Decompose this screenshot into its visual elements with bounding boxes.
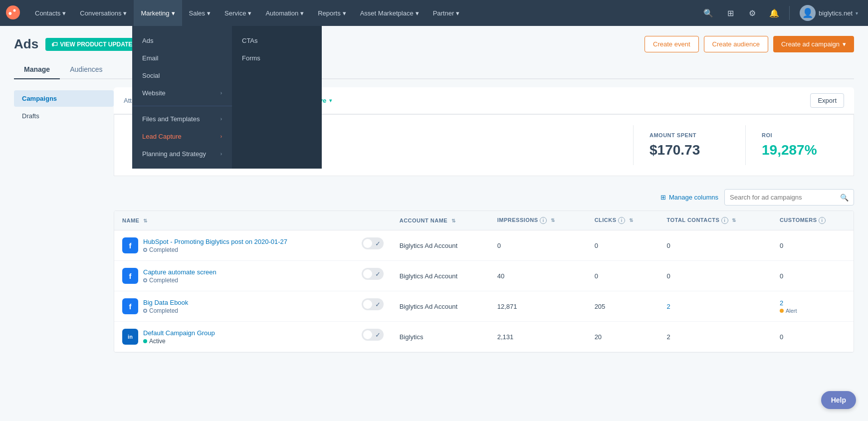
- campaign-status: Active: [143, 338, 215, 345]
- campaign-status: Completed: [143, 246, 287, 253]
- customers-info-icon[interactable]: i: [819, 217, 826, 224]
- total-contacts-info-icon[interactable]: i: [721, 217, 728, 224]
- page-content: Ads 🏷 VIEW PRODUCT UPDATES Create event …: [0, 26, 868, 363]
- stat-amount-spent: AMOUNT SPENT $170.73: [650, 132, 729, 158]
- search-campaigns-box: 🔍: [724, 189, 854, 206]
- nav-marketing[interactable]: Marketing ▾: [134, 0, 182, 26]
- nav-automation[interactable]: Automation ▾: [258, 0, 311, 26]
- table-row: f Big Data Ebook Completed ✓ Biglytics A…: [114, 291, 854, 322]
- user-menu[interactable]: 👤 biglytics.net ▾: [796, 5, 862, 21]
- account-name-cell: Biglytics Ad Account: [392, 261, 489, 291]
- col-name: NAME ⇅: [114, 211, 354, 230]
- li-icon: in: [122, 329, 138, 345]
- search-campaigns-input[interactable]: [730, 190, 837, 205]
- campaigns-table: NAME ⇅ ACCOUNT NAME ⇅ IMPRESSIONS i: [114, 210, 854, 353]
- dropdown-item-website[interactable]: Website ›: [132, 84, 232, 102]
- marketing-dropdown-menu: Ads Email Social Website › Files and Tem…: [132, 26, 322, 169]
- sort-icon[interactable]: ⇅: [551, 217, 555, 223]
- campaign-name-info: Default Campaign Group Active: [143, 329, 215, 345]
- impressions-cell: 12,871: [489, 291, 587, 322]
- page-title-area: Ads 🏷 VIEW PRODUCT UPDATES: [14, 36, 142, 52]
- customers-link[interactable]: 2: [780, 299, 783, 307]
- customers-cell: 2 Alert: [780, 299, 846, 314]
- top-navigation: Contacts ▾ Conversations ▾ Marketing ▾ S…: [0, 0, 868, 26]
- create-ad-campaign-button[interactable]: Create ad campaign ▾: [773, 36, 854, 52]
- nav-reports[interactable]: Reports ▾: [311, 0, 353, 26]
- create-event-button[interactable]: Create event: [645, 36, 698, 52]
- toggle-cell: ✓: [354, 322, 392, 348]
- campaign-toggle[interactable]: ✓: [362, 237, 384, 249]
- account-name-cell: Biglytics Ad Account: [392, 230, 489, 261]
- campaign-status: Completed: [143, 307, 188, 314]
- total-contacts-cell: 0: [658, 261, 772, 291]
- nav-contacts[interactable]: Contacts ▾: [28, 0, 73, 26]
- dropdown-col-1: Ads Email Social Website › Files and Tem…: [132, 26, 232, 169]
- grid-button[interactable]: ⊞: [721, 4, 739, 22]
- dropdown-item-files-templates[interactable]: Files and Templates ›: [132, 110, 232, 128]
- col-impressions: IMPRESSIONS i ⇅: [489, 211, 587, 230]
- sort-icon[interactable]: ⇅: [732, 217, 736, 223]
- table-row: f HubSpot - Promoting Biglytics post on …: [114, 230, 854, 261]
- dropdown-separator: [132, 106, 232, 106]
- dropdown-item-social[interactable]: Social: [132, 67, 232, 84]
- toggle-check-icon: ✓: [375, 240, 381, 247]
- manage-columns-button[interactable]: ⊞ Manage columns: [660, 194, 718, 201]
- status-dot-icon: [143, 248, 147, 252]
- stats-divider: [633, 125, 634, 165]
- campaign-toggle[interactable]: ✓: [362, 329, 384, 341]
- campaign-toggle[interactable]: ✓: [362, 298, 384, 310]
- customers-cell-outer: 0: [772, 322, 854, 352]
- toggle-thumb: [363, 330, 372, 339]
- campaign-name-link[interactable]: HubSpot - Promoting Biglytics post on 20…: [143, 238, 287, 245]
- nav-partner[interactable]: Partner ▾: [426, 0, 467, 26]
- chevron-right-icon: ›: [220, 151, 222, 157]
- total-contacts-cell: 2: [658, 291, 772, 322]
- dropdown-item-ads[interactable]: Ads: [132, 32, 232, 49]
- hubspot-logo[interactable]: [6, 5, 20, 21]
- dropdown-item-lead-capture[interactable]: Lead Capture ›: [132, 128, 232, 145]
- nav-conversations[interactable]: Conversations ▾: [73, 0, 134, 26]
- campaign-name-info: HubSpot - Promoting Biglytics post on 20…: [143, 238, 287, 253]
- nav-sales[interactable]: Sales ▾: [182, 0, 218, 26]
- dropdown-item-ctas[interactable]: CTAs: [232, 32, 322, 49]
- export-button[interactable]: Export: [810, 93, 844, 108]
- campaign-name-link[interactable]: Capture automate screen: [143, 268, 217, 276]
- search-button[interactable]: 🔍: [699, 4, 717, 22]
- sort-icon[interactable]: ⇅: [143, 218, 148, 223]
- view-updates-button[interactable]: 🏷 VIEW PRODUCT UPDATES: [45, 38, 142, 51]
- table-toolbar: ⊞ Manage columns 🔍: [114, 184, 854, 210]
- campaign-toggle[interactable]: ✓: [362, 268, 384, 280]
- nav-service[interactable]: Service ▾: [217, 0, 258, 26]
- impressions-info-icon[interactable]: i: [540, 217, 547, 224]
- customers-value: 0: [780, 272, 783, 280]
- tab-manage[interactable]: Manage: [14, 60, 60, 79]
- user-avatar: 👤: [800, 5, 816, 21]
- settings-button[interactable]: ⚙: [743, 4, 761, 22]
- create-audience-button[interactable]: Create audience: [704, 36, 768, 52]
- name-cell: in Default Campaign Group Active: [114, 322, 354, 352]
- dropdown-item-email[interactable]: Email: [132, 49, 232, 67]
- notifications-button[interactable]: 🔔: [765, 4, 783, 22]
- total-contacts-value: 2: [666, 333, 670, 341]
- campaign-name-link[interactable]: Default Campaign Group: [143, 329, 215, 337]
- clicks-cell: 0: [587, 230, 659, 261]
- toggle-thumb: [363, 269, 372, 278]
- dropdown-item-planning-strategy[interactable]: Planning and Strategy ›: [132, 145, 232, 163]
- total-contacts-value[interactable]: 2: [666, 303, 670, 310]
- sidebar-item-campaigns[interactable]: Campaigns: [14, 90, 114, 107]
- sort-icon[interactable]: ⇅: [451, 218, 456, 223]
- customers-cell-outer: 0: [772, 230, 854, 261]
- sort-icon[interactable]: ⇅: [629, 217, 634, 223]
- nav-asset-marketplace[interactable]: Asset Marketplace ▾: [353, 0, 426, 26]
- campaign-name-link[interactable]: Big Data Ebook: [143, 299, 188, 306]
- clicks-info-icon[interactable]: i: [618, 217, 625, 224]
- dropdown-item-forms[interactable]: Forms: [232, 49, 322, 67]
- nav-items: Contacts ▾ Conversations ▾ Marketing ▾ S…: [28, 0, 699, 26]
- col-toggle: [354, 211, 392, 230]
- toggle-check-icon: ✓: [375, 270, 381, 278]
- sidebar-item-drafts[interactable]: Drafts: [14, 108, 114, 124]
- chevron-right-icon: ›: [220, 90, 222, 96]
- tab-audiences[interactable]: Audiences: [60, 60, 112, 79]
- chevron-right-icon: ›: [220, 134, 222, 139]
- nav-right-actions: 🔍 ⊞ ⚙ 🔔 👤 biglytics.net ▾: [699, 4, 862, 22]
